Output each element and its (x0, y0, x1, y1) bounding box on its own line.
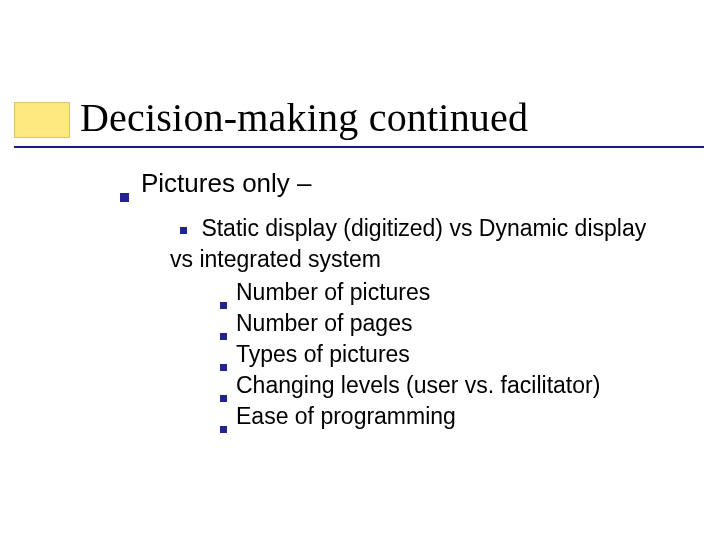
accent-box (14, 102, 70, 138)
square-bullet-icon (220, 395, 227, 402)
level3-text: Types of pictures (236, 339, 410, 370)
square-bullet-icon (220, 333, 227, 340)
level3-text: Number of pages (236, 308, 412, 339)
list-item: Number of pictures (220, 277, 680, 308)
level3-text: Ease of programming (236, 401, 456, 432)
slide-body: Pictures only – Static display (digitize… (120, 168, 680, 432)
square-bullet-icon (220, 426, 227, 433)
slide: Decision-making continued Pictures only … (0, 0, 720, 540)
square-bullet-icon (120, 193, 129, 202)
title-underline (14, 146, 704, 148)
slide-title: Decision-making continued (80, 94, 528, 141)
square-bullet-icon (180, 227, 187, 234)
level3-list: Number of pictures Number of pages Types… (220, 277, 680, 432)
list-item: Pictures only – (120, 168, 680, 199)
square-bullet-icon (220, 302, 227, 309)
level2-text-cont: vs integrated system (170, 246, 381, 272)
level2-text: Static display (digitized) vs Dynamic di… (201, 215, 646, 241)
list-item: Number of pages (220, 308, 680, 339)
level2-block: Static display (digitized) vs Dynamic di… (170, 213, 680, 432)
level1-text: Pictures only – (141, 168, 312, 199)
level3-text: Changing levels (user vs. facilitator) (236, 370, 600, 401)
list-item: Ease of programming (220, 401, 680, 432)
square-bullet-icon (220, 364, 227, 371)
list-item: Types of pictures (220, 339, 680, 370)
list-item: Changing levels (user vs. facilitator) (220, 370, 680, 401)
level3-text: Number of pictures (236, 277, 430, 308)
